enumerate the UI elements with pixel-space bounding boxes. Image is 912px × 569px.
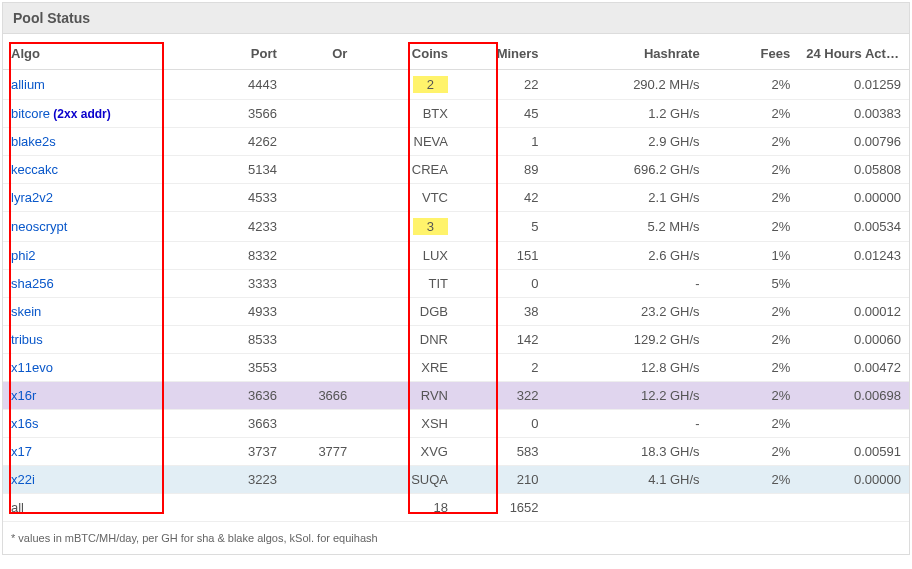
cell-port: 3663 <box>154 410 285 438</box>
cell-coins: VTC <box>355 184 456 212</box>
cell-coins: 3 <box>355 212 456 242</box>
table-row: sha2563333TIT0-5% <box>3 270 909 298</box>
col-header-or[interactable]: Or <box>285 40 355 70</box>
col-header-24h[interactable]: 24 Hours Actual* <box>798 40 909 70</box>
cell-24h-actual: 0.00472 <box>798 354 909 382</box>
table-row: skein4933DGB3823.2 GH/s2%0.00012 <box>3 298 909 326</box>
cell-coins: DNR <box>355 326 456 354</box>
algo-link[interactable]: neoscrypt <box>11 219 67 234</box>
cell-miners: 142 <box>456 326 547 354</box>
cell-total-coins: 18 <box>355 494 456 522</box>
table-row: x11evo3553XRE212.8 GH/s2%0.00472 <box>3 354 909 382</box>
cell-algo: blake2s <box>3 128 154 156</box>
cell-hashrate: 2.9 GH/s <box>547 128 708 156</box>
cell-hashrate: 2.6 GH/s <box>547 242 708 270</box>
cell-port: 4443 <box>154 70 285 100</box>
col-header-coins[interactable]: Coins <box>355 40 456 70</box>
pool-status-table: Algo Port Or Coins Miners Hashrate Fees … <box>3 40 909 522</box>
cell-24h-actual: 0.00698 <box>798 382 909 410</box>
cell-coins: NEVA <box>355 128 456 156</box>
cell-or: 3777 <box>285 438 355 466</box>
panel-body: Algo Port Or Coins Miners Hashrate Fees … <box>3 34 909 554</box>
col-header-algo[interactable]: Algo <box>3 40 154 70</box>
cell-miners: 210 <box>456 466 547 494</box>
cell-miners: 2 <box>456 354 547 382</box>
cell-port: 4933 <box>154 298 285 326</box>
algo-link[interactable]: sha256 <box>11 276 54 291</box>
cell-hashrate: 5.2 MH/s <box>547 212 708 242</box>
cell-algo: x22i <box>3 466 154 494</box>
totals-row: all181652 <box>3 494 909 522</box>
cell-total-or <box>285 494 355 522</box>
cell-miners: 5 <box>456 212 547 242</box>
algo-link[interactable]: phi2 <box>11 248 36 263</box>
algo-link[interactable]: x11evo <box>11 360 53 375</box>
cell-24h-actual: 0.00000 <box>798 184 909 212</box>
cell-or <box>285 326 355 354</box>
cell-24h-actual: 0.05808 <box>798 156 909 184</box>
cell-or <box>285 354 355 382</box>
cell-fees: 2% <box>708 326 799 354</box>
cell-24h-actual: 0.00534 <box>798 212 909 242</box>
cell-24h-actual: 0.00383 <box>798 100 909 128</box>
table-row: phi28332LUX1512.6 GH/s1%0.01243 <box>3 242 909 270</box>
cell-or: 3666 <box>285 382 355 410</box>
cell-port: 3333 <box>154 270 285 298</box>
cell-24h-actual: 0.00591 <box>798 438 909 466</box>
cell-port: 3553 <box>154 354 285 382</box>
cell-miners: 89 <box>456 156 547 184</box>
cell-miners: 151 <box>456 242 547 270</box>
algo-link[interactable]: allium <box>11 77 45 92</box>
cell-or <box>285 270 355 298</box>
table-row: lyra2v24533VTC422.1 GH/s2%0.00000 <box>3 184 909 212</box>
cell-hashrate: 12.2 GH/s <box>547 382 708 410</box>
algo-link[interactable]: blake2s <box>11 134 56 149</box>
cell-hashrate: 290.2 MH/s <box>547 70 708 100</box>
cell-total-hash <box>547 494 708 522</box>
algo-link[interactable]: keccakc <box>11 162 58 177</box>
algo-link[interactable]: lyra2v2 <box>11 190 53 205</box>
cell-fees: 5% <box>708 270 799 298</box>
col-header-miners[interactable]: Miners <box>456 40 547 70</box>
addr-note: (2xx addr) <box>50 107 111 121</box>
cell-miners: 583 <box>456 438 547 466</box>
cell-miners: 38 <box>456 298 547 326</box>
cell-hashrate: 23.2 GH/s <box>547 298 708 326</box>
algo-link[interactable]: x16s <box>11 416 38 431</box>
cell-algo: neoscrypt <box>3 212 154 242</box>
cell-coins: XRE <box>355 354 456 382</box>
cell-port: 5134 <box>154 156 285 184</box>
cell-24h-actual: 0.01259 <box>798 70 909 100</box>
cell-24h-actual: 0.01243 <box>798 242 909 270</box>
algo-link[interactable]: x22i <box>11 472 35 487</box>
col-header-fees[interactable]: Fees <box>708 40 799 70</box>
footnote: * values in mBTC/MH/day, per GH for sha … <box>3 522 909 554</box>
cell-port: 3566 <box>154 100 285 128</box>
algo-link[interactable]: x16r <box>11 388 36 403</box>
cell-or <box>285 298 355 326</box>
col-header-port[interactable]: Port <box>154 40 285 70</box>
cell-fees: 1% <box>708 242 799 270</box>
table-row: tribus8533DNR142129.2 GH/s2%0.00060 <box>3 326 909 354</box>
cell-hashrate: 129.2 GH/s <box>547 326 708 354</box>
cell-or <box>285 100 355 128</box>
table-row: x1737373777XVG58318.3 GH/s2%0.00591 <box>3 438 909 466</box>
cell-algo: keccakc <box>3 156 154 184</box>
pool-status-panel: Pool Status Algo Port Or Coins Miners Ha… <box>2 2 910 555</box>
algo-link[interactable]: x17 <box>11 444 32 459</box>
algo-link[interactable]: tribus <box>11 332 43 347</box>
cell-hashrate: 4.1 GH/s <box>547 466 708 494</box>
cell-24h-actual: 0.00060 <box>798 326 909 354</box>
algo-link[interactable]: bitcore <box>11 106 50 121</box>
cell-or <box>285 70 355 100</box>
cell-miners: 45 <box>456 100 547 128</box>
cell-port: 3636 <box>154 382 285 410</box>
cell-coins: TIT <box>355 270 456 298</box>
cell-fees: 2% <box>708 100 799 128</box>
cell-hashrate: 12.8 GH/s <box>547 354 708 382</box>
algo-link[interactable]: skein <box>11 304 41 319</box>
cell-24h-actual: 0.00012 <box>798 298 909 326</box>
table-row: x16s3663XSH0-2% <box>3 410 909 438</box>
cell-hashrate: 18.3 GH/s <box>547 438 708 466</box>
col-header-hashrate[interactable]: Hashrate <box>547 40 708 70</box>
